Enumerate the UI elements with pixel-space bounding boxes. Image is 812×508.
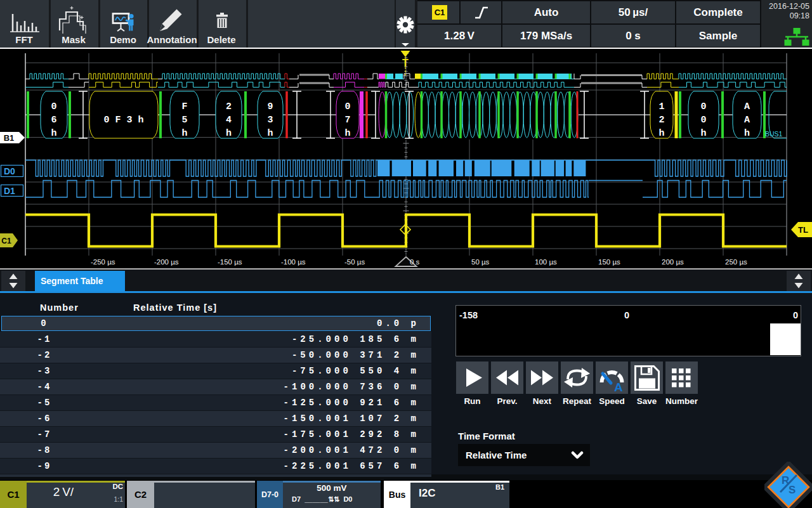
svg-text:7: 7 xyxy=(344,115,350,126)
svg-text:S: S xyxy=(789,484,796,496)
svg-text:250 µs: 250 µs xyxy=(725,258,747,266)
svg-text:h: h xyxy=(700,128,706,139)
svg-text:h: h xyxy=(226,128,232,139)
svg-text:0: 0 xyxy=(700,115,706,126)
svg-text:TL: TL xyxy=(798,225,808,235)
svg-text:5: 5 xyxy=(181,115,187,126)
svg-text:A: A xyxy=(744,115,750,126)
svg-text:50 µs: 50 µs xyxy=(471,258,490,266)
svg-text:6: 6 xyxy=(51,115,56,126)
svg-text:BUS1: BUS1 xyxy=(765,130,783,138)
svg-text:-250 µs: -250 µs xyxy=(91,258,115,266)
svg-text:h: h xyxy=(744,128,750,139)
svg-text:B1: B1 xyxy=(4,133,15,143)
svg-text:200 µs: 200 µs xyxy=(662,258,684,266)
svg-text:9: 9 xyxy=(267,101,273,112)
svg-text:F: F xyxy=(181,101,187,112)
svg-text:D1: D1 xyxy=(4,186,15,196)
svg-text:h: h xyxy=(51,128,56,139)
svg-text:h: h xyxy=(658,128,664,139)
svg-text:h: h xyxy=(181,128,187,139)
svg-text:1: 1 xyxy=(658,101,664,112)
svg-text:h: h xyxy=(267,128,273,139)
svg-text:h: h xyxy=(344,128,350,139)
svg-text:0 F 3 h: 0 F 3 h xyxy=(103,115,143,126)
svg-text:150 µs: 150 µs xyxy=(598,258,620,266)
svg-text:0 s: 0 s xyxy=(410,258,420,266)
svg-text:-150 µs: -150 µs xyxy=(218,258,242,266)
svg-text:0: 0 xyxy=(700,101,706,112)
svg-text:0: 0 xyxy=(51,101,56,112)
svg-text:4: 4 xyxy=(226,115,232,126)
svg-text:-50 µs: -50 µs xyxy=(344,258,365,266)
svg-text:3: 3 xyxy=(267,115,273,126)
svg-text:2: 2 xyxy=(226,101,232,112)
svg-text:-100 µs: -100 µs xyxy=(281,258,306,266)
svg-text:A: A xyxy=(744,101,750,112)
svg-text:100 µs: 100 µs xyxy=(535,258,557,266)
svg-text:A: A xyxy=(614,381,623,394)
svg-text:2: 2 xyxy=(658,115,664,126)
svg-text:T: T xyxy=(402,58,409,68)
svg-text:0: 0 xyxy=(344,101,350,112)
svg-text:-200 µs: -200 µs xyxy=(154,258,179,266)
svg-text:C1: C1 xyxy=(1,237,11,245)
svg-text:D0: D0 xyxy=(4,166,15,176)
